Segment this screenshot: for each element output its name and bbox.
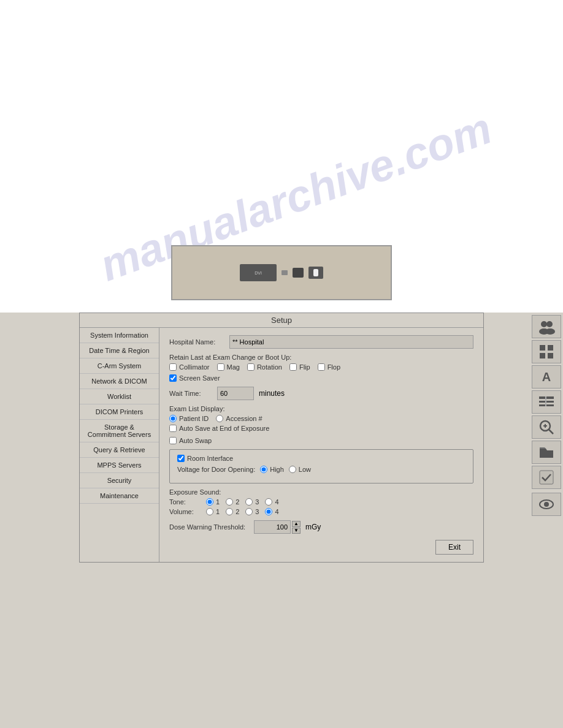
- rotation-checkbox[interactable]: [247, 363, 255, 371]
- volume-3-label[interactable]: 3: [245, 508, 259, 515]
- sidebar-item-system-information[interactable]: System Information: [80, 328, 159, 343]
- text-toolbar-btn[interactable]: A: [532, 365, 561, 389]
- auto-save-checkbox[interactable]: [169, 425, 177, 432]
- sidebar-item-security[interactable]: Security: [80, 473, 159, 488]
- retain-label: Retain Last at Exam Change or Boot Up:: [169, 354, 473, 361]
- tone-2-label[interactable]: 2: [226, 498, 239, 506]
- patient-id-label: Patient ID: [179, 415, 209, 422]
- flop-checkbox-label[interactable]: Flop: [318, 363, 340, 371]
- eye-toolbar-btn[interactable]: [532, 493, 561, 516]
- dose-row: Dose Warning Threshold: ▲ ▼ mGy: [169, 520, 473, 534]
- sidebar-item-worklist[interactable]: Worklist: [80, 389, 159, 404]
- tone-4-label[interactable]: 4: [265, 498, 278, 506]
- flip-checkbox[interactable]: [289, 363, 297, 371]
- tone-1-radio[interactable]: [206, 498, 213, 506]
- patient-id-radio[interactable]: [169, 415, 177, 422]
- volume-4-radio[interactable]: [265, 508, 272, 515]
- sidebar-item-c-arm-system[interactable]: C-Arm System: [80, 358, 159, 374]
- auto-save-label[interactable]: Auto Save at End of Exposure: [169, 425, 269, 432]
- volume-4-label[interactable]: 4: [265, 508, 278, 515]
- voltage-high-label[interactable]: High: [260, 466, 284, 473]
- sidebar-item-date-time-region[interactable]: Date Time & Region: [80, 343, 159, 358]
- users-toolbar-btn[interactable]: [532, 315, 561, 338]
- tone-3-label[interactable]: 3: [245, 498, 259, 506]
- svg-point-19: [544, 502, 549, 507]
- mag-checkbox-label[interactable]: Mag: [217, 363, 240, 371]
- exit-button[interactable]: Exit: [435, 540, 473, 555]
- svg-rect-6: [548, 345, 553, 351]
- volume-label: Volume:: [169, 508, 200, 515]
- volume-2-label[interactable]: 2: [226, 508, 239, 515]
- room-interface-legend: Room Interface: [177, 455, 465, 462]
- top-area: [0, 0, 563, 49]
- tone-label: Tone:: [169, 498, 200, 506]
- setup-title: Setup: [80, 313, 483, 328]
- sidebar-item-maintenance[interactable]: Maintenance: [80, 488, 159, 504]
- mag-checkbox[interactable]: [217, 363, 224, 371]
- accession-radio[interactable]: [216, 415, 223, 422]
- volume-1-radio[interactable]: [206, 508, 213, 515]
- hospital-name-label: Hospital Name:: [169, 338, 224, 346]
- zoom-in-toolbar-btn[interactable]: [532, 415, 561, 439]
- checklist-toolbar-btn[interactable]: [532, 466, 561, 489]
- tone-row: Tone: 1 2: [169, 498, 473, 506]
- flop-checkbox[interactable]: [318, 363, 325, 371]
- voltage-high-radio[interactable]: [260, 466, 267, 473]
- tone-4-radio[interactable]: [265, 498, 272, 506]
- screen-saver-label[interactable]: Screen Saver: [169, 374, 220, 382]
- voltage-low-label[interactable]: Low: [289, 466, 311, 473]
- screen-saver-row: Screen Saver: [169, 374, 473, 382]
- volume-1-label[interactable]: 1: [206, 508, 220, 515]
- mag-label: Mag: [227, 363, 240, 371]
- dose-spinner-down[interactable]: ▼: [292, 528, 301, 534]
- sidebar-item-network-dicom[interactable]: Network & DICOM: [80, 374, 159, 389]
- sidebar-item-mpps-servers[interactable]: MPPS Servers: [80, 458, 159, 473]
- voltage-low-radio[interactable]: [289, 466, 296, 473]
- text-icon-symbol: A: [542, 370, 551, 384]
- flip-checkbox-label[interactable]: Flip: [289, 363, 310, 371]
- room-interface-box: Room Interface Voltage for Door Opening:…: [169, 449, 473, 483]
- table-toolbar-btn[interactable]: [532, 390, 561, 414]
- volume-3-radio[interactable]: [245, 508, 253, 515]
- dose-spinner-up[interactable]: ▲: [292, 521, 301, 527]
- wait-time-input[interactable]: [217, 387, 254, 400]
- sidebar-item-storage-commitment[interactable]: Storage & Commitment Servers: [80, 420, 159, 442]
- tone-2-radio[interactable]: [226, 498, 233, 506]
- sidebar-item-query-retrieve[interactable]: Query & Retrieve: [80, 442, 159, 458]
- auto-swap-checkbox[interactable]: [169, 437, 177, 444]
- screen-saver-checkbox[interactable]: [169, 374, 177, 382]
- accession-radio-label[interactable]: Accession #: [216, 415, 262, 422]
- right-toolbar: A: [529, 313, 563, 518]
- volume-2-radio[interactable]: [226, 508, 233, 515]
- auto-swap-label[interactable]: Auto Swap: [169, 437, 212, 444]
- wait-time-unit: minutes: [259, 389, 285, 398]
- tone-4-text: 4: [275, 498, 278, 506]
- sidebar: System Information Date Time & Region C-…: [80, 328, 159, 562]
- folder-toolbar-btn[interactable]: [532, 441, 561, 464]
- rj45-port: [293, 268, 304, 278]
- svg-line-14: [549, 430, 553, 434]
- sidebar-item-dicom-printers[interactable]: DICOM Printers: [80, 404, 159, 420]
- collimator-checkbox[interactable]: [169, 363, 177, 371]
- svg-rect-12: [545, 396, 546, 406]
- rotation-checkbox-label[interactable]: Rotation: [247, 363, 282, 371]
- hospital-name-input[interactable]: [229, 335, 473, 349]
- tone-1-label[interactable]: 1: [206, 498, 220, 506]
- volume-1-text: 1: [216, 508, 220, 515]
- grid-toolbar-btn[interactable]: [532, 340, 561, 363]
- volume-4-text: 4: [275, 508, 278, 515]
- dose-input-wrap: ▲ ▼: [254, 520, 301, 534]
- exit-row: Exit: [169, 540, 473, 555]
- main-area: Setup System Information Date Time & Reg…: [0, 313, 563, 563]
- room-interface-label[interactable]: Room Interface: [177, 455, 465, 462]
- setup-panel: Setup System Information Date Time & Reg…: [79, 313, 484, 563]
- auto-save-row: Auto Save at End of Exposure: [169, 425, 473, 432]
- collimator-checkbox-label[interactable]: Collimator: [169, 363, 210, 371]
- svg-rect-0: [313, 269, 318, 276]
- room-interface-checkbox[interactable]: [177, 455, 185, 462]
- svg-point-4: [545, 328, 555, 335]
- volume-2-text: 2: [236, 508, 239, 515]
- tone-3-radio[interactable]: [245, 498, 253, 506]
- dose-input[interactable]: [254, 520, 291, 534]
- patient-id-radio-label[interactable]: Patient ID: [169, 415, 209, 422]
